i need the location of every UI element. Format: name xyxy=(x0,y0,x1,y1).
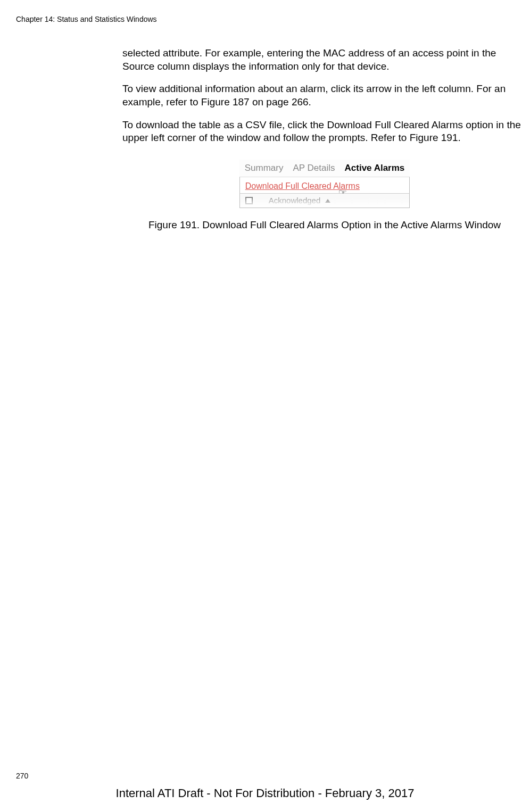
paragraph-2: To view additional information about an … xyxy=(122,82,527,109)
table-header-row: Acknowledged xyxy=(239,193,410,208)
figure-caption: Figure 191. Download Full Cleared Alarms… xyxy=(122,219,527,232)
footer-draft-notice: Internal ATI Draft - Not For Distributio… xyxy=(0,786,530,800)
figure-screenshot: Summary AP Details Active Alarms Downloa… xyxy=(239,160,410,208)
download-row: Download Full Cleared Alarms ☜ xyxy=(239,177,410,193)
tab-ap-details[interactable]: AP Details xyxy=(293,163,335,177)
page-number: 270 xyxy=(16,772,28,780)
paragraph-3: To download the table as a CSV file, cli… xyxy=(122,119,527,145)
paragraph-1: selected attribute. For example, enterin… xyxy=(122,47,527,73)
tabs-row: Summary AP Details Active Alarms xyxy=(239,160,410,177)
body-content: selected attribute. For example, enterin… xyxy=(122,47,527,232)
tab-summary[interactable]: Summary xyxy=(245,163,284,177)
figure-area: Summary AP Details Active Alarms Downloa… xyxy=(122,154,527,232)
chapter-header: Chapter 14: Status and Statistics Window… xyxy=(16,15,157,23)
tab-active-alarms[interactable]: Active Alarms xyxy=(345,163,405,177)
fade-overlay xyxy=(240,198,410,208)
